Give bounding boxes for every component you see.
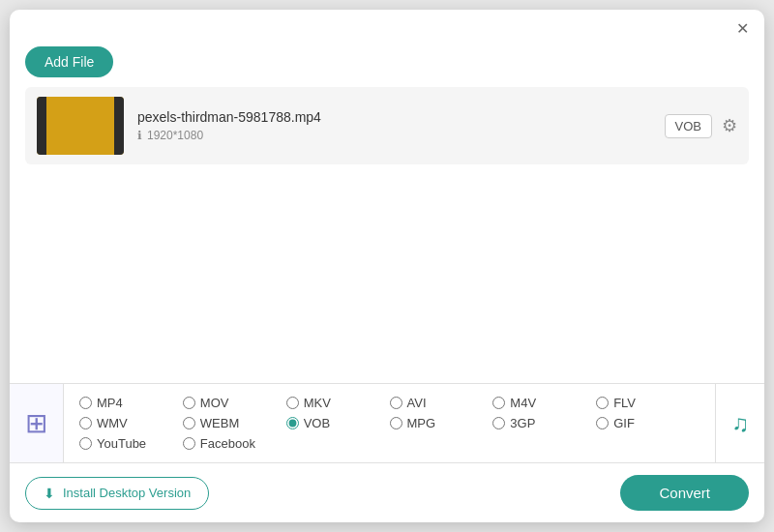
thumbnail-stripe-right [114, 97, 124, 155]
format-radio-webm[interactable] [183, 417, 195, 429]
title-bar: ✕ [10, 10, 764, 39]
file-thumbnail [37, 97, 124, 155]
add-file-button[interactable]: Add File [25, 46, 113, 77]
format-radio-mkv[interactable] [286, 397, 299, 409]
info-icon: ℹ [137, 129, 142, 142]
format-label-3gp: 3GP [510, 416, 535, 430]
file-list: pexels-thirdman-5981788.mp4 ℹ 1920*1080 … [10, 87, 764, 383]
format-label-mpg: MPG [407, 416, 436, 430]
format-label-webm: WEBM [200, 416, 239, 430]
format-option-m4v[interactable]: M4V [492, 396, 596, 410]
format-label-avi: AVI [407, 396, 427, 410]
format-option-avi[interactable]: AVI [390, 396, 493, 410]
download-icon: ⬇ [44, 486, 55, 501]
format-radio-facebook[interactable] [183, 437, 195, 450]
file-actions: VOB ⚙ [665, 114, 737, 138]
file-meta: ℹ 1920*1080 [137, 129, 651, 142]
video-icon-area[interactable]: ⊞ [10, 384, 64, 462]
format-option-youtube[interactable]: YouTube [79, 436, 183, 451]
format-option-mp4[interactable]: MP4 [79, 396, 183, 410]
toolbar: Add File [10, 39, 764, 87]
install-label: Install Desktop Version [63, 486, 191, 500]
format-option-3gp[interactable]: 3GP [492, 416, 596, 430]
format-option-facebook[interactable]: Facebook [183, 436, 286, 451]
format-option-mkv[interactable]: MKV [286, 396, 390, 410]
format-options: MP4 MOV MKV AVI M4V FLV [64, 384, 715, 462]
format-radio-wmv[interactable] [79, 417, 92, 429]
format-radio-mp4[interactable] [79, 397, 92, 409]
music-icon-area[interactable]: ♫ [715, 384, 764, 462]
format-label-youtube: YouTube [97, 436, 146, 451]
format-radio-vob[interactable] [286, 417, 299, 429]
format-radio-mpg[interactable] [390, 417, 402, 429]
file-name: pexels-thirdman-5981788.mp4 [137, 109, 651, 125]
format-label-mp4: MP4 [97, 396, 123, 410]
file-resolution: 1920*1080 [147, 129, 203, 142]
format-radio-m4v[interactable] [492, 397, 505, 409]
format-option-vob[interactable]: VOB [286, 416, 390, 430]
film-icon: ⊞ [25, 407, 47, 439]
file-item: pexels-thirdman-5981788.mp4 ℹ 1920*1080 … [25, 87, 749, 164]
format-radio-gif[interactable] [596, 417, 609, 429]
format-option-mpg[interactable]: MPG [390, 416, 493, 430]
format-radio-avi[interactable] [390, 397, 402, 409]
format-radio-mov[interactable] [183, 397, 195, 409]
format-label-gif: GIF [613, 416, 635, 430]
install-desktop-button[interactable]: ⬇ Install Desktop Version [25, 477, 209, 510]
format-label-mov: MOV [200, 396, 229, 410]
format-label-mkv: MKV [304, 396, 331, 410]
format-label-flv: FLV [613, 396, 636, 410]
format-label-facebook: Facebook [200, 436, 255, 451]
format-radio-flv[interactable] [596, 397, 609, 409]
main-window: ✕ Add File pexels-thirdman-5981788.mp4 ℹ… [10, 10, 764, 522]
format-panel: ⊞ MP4 MOV MKV AVI M4V [10, 383, 764, 462]
format-badge[interactable]: VOB [665, 114, 712, 138]
music-note-icon: ♫ [731, 410, 749, 437]
thumbnail-stripe-left [37, 97, 46, 155]
format-option-mov[interactable]: MOV [183, 396, 286, 410]
close-button[interactable]: ✕ [734, 19, 751, 39]
format-option-gif[interactable]: GIF [596, 416, 700, 430]
format-radio-youtube[interactable] [79, 437, 92, 450]
format-option-wmv[interactable]: WMV [79, 416, 183, 430]
convert-button[interactable]: Convert [620, 475, 749, 511]
format-option-flv[interactable]: FLV [596, 396, 700, 410]
format-label-wmv: WMV [97, 416, 128, 430]
file-info: pexels-thirdman-5981788.mp4 ℹ 1920*1080 [137, 109, 651, 142]
format-radio-3gp[interactable] [492, 417, 505, 429]
bottom-bar: ⬇ Install Desktop Version Convert [10, 462, 764, 522]
format-label-vob: VOB [304, 416, 330, 430]
format-option-webm[interactable]: WEBM [183, 416, 286, 430]
settings-icon[interactable]: ⚙ [722, 115, 737, 136]
format-label-m4v: M4V [510, 396, 536, 410]
